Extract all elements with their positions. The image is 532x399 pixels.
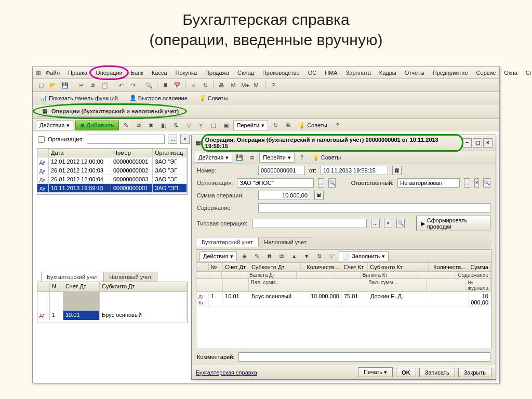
square2-icon[interactable]: ▣ xyxy=(221,120,231,130)
home-icon[interactable]: ⌂ xyxy=(188,80,198,90)
close-button[interactable]: × xyxy=(483,138,493,148)
org-search2-button[interactable]: 🔍 xyxy=(328,178,336,188)
menu-service[interactable]: Сервис xyxy=(473,69,499,77)
operations-list-table[interactable]: Дата Номер Организац Ду 12.01.2012 12:00… xyxy=(37,148,188,195)
find-icon[interactable]: 🔍 xyxy=(144,80,154,90)
col-org[interactable]: Организац xyxy=(153,149,187,157)
refresh-icon[interactable]: ↻ xyxy=(200,80,210,90)
menu-sale[interactable]: Продажа xyxy=(202,69,232,77)
tab-tax[interactable]: Налоговый учет xyxy=(103,272,157,282)
resp-select-button[interactable]: … xyxy=(464,178,470,188)
undo-icon[interactable]: ↶ xyxy=(116,80,126,90)
org-filter-input[interactable] xyxy=(87,135,165,144)
paste-icon[interactable]: 📋 xyxy=(100,80,110,90)
close-form-button[interactable]: Закрыть xyxy=(458,368,491,377)
op-save-icon[interactable]: 💾 xyxy=(234,152,245,163)
quick-start-link[interactable]: 👤 Быстрое освоение xyxy=(126,94,191,102)
print2-icon[interactable]: 🖶 xyxy=(283,120,293,130)
filter3-icon[interactable]: ▽ xyxy=(326,251,337,261)
mminus-icon[interactable]: M- xyxy=(252,80,262,90)
resp-clear-button[interactable]: × xyxy=(474,178,479,188)
new-icon[interactable]: ▢ xyxy=(36,80,46,90)
calendar-icon[interactable]: 📅 xyxy=(172,80,182,90)
delete-icon[interactable]: ✖ xyxy=(146,120,156,130)
op-goto-dropdown[interactable]: Перейти ▾ xyxy=(259,153,295,163)
typical-input[interactable] xyxy=(252,219,367,228)
menu-bank[interactable]: Банк xyxy=(128,69,147,77)
down-icon[interactable]: ▼ xyxy=(301,251,312,261)
menu-cashbox[interactable]: Касса xyxy=(149,69,170,77)
org-filter-checkbox[interactable] xyxy=(38,136,45,143)
print-icon[interactable]: 🖶 xyxy=(216,80,227,90)
menu-file[interactable]: Файл xyxy=(43,69,63,77)
ok-button[interactable]: OK xyxy=(396,368,416,377)
calc-button[interactable]: 🖩 xyxy=(314,191,324,200)
number-input[interactable] xyxy=(258,166,305,175)
tips2-link[interactable]: 💡 Советы xyxy=(295,121,330,130)
calc-icon[interactable]: 🖩 xyxy=(160,80,170,90)
menu-production[interactable]: Производство xyxy=(259,69,303,77)
typical-select-button[interactable]: … xyxy=(371,219,379,228)
op-tab-accounting[interactable]: Бухгалтерский учет xyxy=(196,237,259,247)
comment-input[interactable] xyxy=(238,352,490,362)
maximize-button[interactable]: ▢ xyxy=(473,138,482,148)
table-row[interactable]: Ду 26.01.2012 12:00:03 00000000002 ЗАО "… xyxy=(37,166,187,175)
content-input[interactable] xyxy=(258,203,490,212)
op-copy-icon[interactable]: ⧉ xyxy=(247,152,257,163)
generate-entries-button[interactable]: ▶ Сформировать проводки xyxy=(416,216,490,231)
resp-search-button[interactable]: 🔍 xyxy=(483,178,490,188)
menu-purchase[interactable]: Покупка xyxy=(172,69,201,77)
op-tab-tax[interactable]: Налоговый учет xyxy=(258,237,312,247)
goto-dropdown[interactable]: Перейти ▾ xyxy=(233,121,269,130)
menu-edit[interactable]: Правка xyxy=(65,69,90,77)
sort2-icon[interactable]: ⇅ xyxy=(314,251,324,261)
op-help-icon[interactable]: ? xyxy=(297,152,307,163)
open-icon[interactable]: 📂 xyxy=(48,80,58,90)
add-row-icon[interactable]: ⊕ xyxy=(239,251,249,261)
menu-help[interactable]: Справка xyxy=(523,69,532,77)
help2-icon[interactable]: ? xyxy=(332,120,343,130)
table-row[interactable]: Ду 26.01.2012 12:00:04 00000000003 ЗАО "… xyxy=(37,175,187,184)
grid-actions-dropdown[interactable]: Действия ▾ xyxy=(200,251,237,261)
show-panel-link[interactable]: 📊 Показать панель функций xyxy=(37,94,121,102)
entries-grid[interactable]: № Счет Дт Субконто Дт Количеств... Счет … xyxy=(196,263,491,349)
menu-fixed-assets[interactable]: ОС xyxy=(305,69,320,77)
op-tips-link[interactable]: 💡 Советы xyxy=(309,153,344,162)
left-entries-grid[interactable]: N Счет Дт Субконто Дт ДтКт 1 10.01 Брус … xyxy=(37,282,188,323)
org-select2-button[interactable]: … xyxy=(318,178,324,188)
mplus-icon[interactable]: M+ xyxy=(240,80,250,90)
menu-staff[interactable]: Кадры xyxy=(376,69,400,77)
org-input[interactable] xyxy=(237,178,314,188)
menu-salary[interactable]: Зарплата xyxy=(343,69,374,77)
typical-search-button[interactable]: 🔍 xyxy=(396,219,405,228)
square1-icon[interactable]: ▢ xyxy=(208,120,219,130)
print-button[interactable]: Печать ▾ xyxy=(358,367,393,377)
delete-row-icon[interactable]: ✖ xyxy=(264,251,274,261)
entry-row[interactable]: ДтКт 1 10.01 Брус осиновый 10 000,000 75… xyxy=(196,292,491,307)
m-icon[interactable]: M xyxy=(228,80,238,90)
sort-icon[interactable]: ⇅ xyxy=(171,120,181,130)
org-select-button[interactable]: … xyxy=(168,135,177,144)
help-icon[interactable]: ? xyxy=(268,80,278,90)
copy-rows-icon[interactable]: ⧉ xyxy=(276,251,287,261)
add-button[interactable]: ⊕ Добавить xyxy=(75,121,118,130)
date-input[interactable] xyxy=(321,166,388,175)
table-row[interactable]: Ду 12.01.2012 12:00:00 00000000001 ЗАО "… xyxy=(37,157,187,166)
menu-reports[interactable]: Отчеты xyxy=(402,69,428,77)
tab-accounting[interactable]: Бухгалтерский учет xyxy=(41,272,104,282)
save-button[interactable]: Записать xyxy=(419,368,455,377)
col-date[interactable]: Дата xyxy=(49,149,111,157)
copy-icon[interactable]: ⧉ xyxy=(88,80,98,90)
print-link[interactable]: Бухгалтерская справка xyxy=(196,369,257,376)
typical-clear-button[interactable]: × xyxy=(384,219,392,228)
op-actions-dropdown[interactable]: Действия ▾ xyxy=(195,153,232,163)
minimize-button[interactable]: – xyxy=(462,138,472,148)
up-icon[interactable]: ▲ xyxy=(289,251,299,261)
save-icon[interactable]: 💾 xyxy=(60,80,70,90)
col-sub[interactable]: Субконто Дт xyxy=(100,282,187,291)
entry-row[interactable]: ДтКт 1 10.01 Брус осиновый xyxy=(37,311,187,320)
col-dt[interactable]: Счет Дт xyxy=(63,282,100,291)
edit-icon[interactable]: ✎ xyxy=(121,120,131,130)
menu-intangible[interactable]: НМА xyxy=(322,69,340,77)
refresh2-icon[interactable]: ↻ xyxy=(270,120,281,130)
